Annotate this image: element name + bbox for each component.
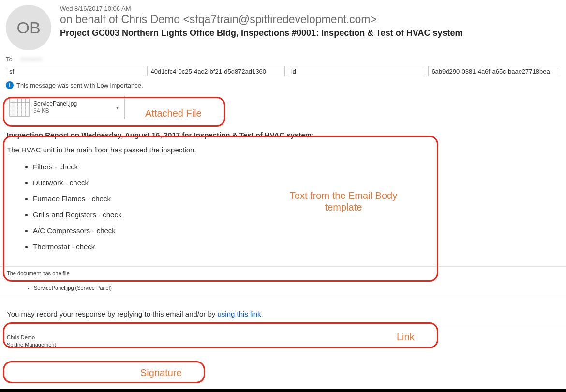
report-intro: The HVAC unit in the main floor has pass… <box>7 146 559 154</box>
email-body: Inspection Report on Wednesday, August 1… <box>0 127 566 262</box>
response-link[interactable]: using this link <box>218 310 261 318</box>
list-item: Furnace Flames - check <box>33 195 559 203</box>
response-prefix: You may record your response by replying… <box>7 310 218 318</box>
list-item: Thermostat - check <box>33 242 559 251</box>
header-text-block: Wed 8/16/2017 10:06 AM on behalf of Chri… <box>51 5 560 50</box>
document-file-note: The document has one file <box>0 271 566 276</box>
importance-text: This message was sent with Low importanc… <box>16 82 143 89</box>
to-recipient-redacted: xxxxxxx <box>20 55 98 63</box>
list-item: A/C Compressors - check <box>33 226 559 235</box>
list-item: Filters - check <box>33 163 559 171</box>
info-icon: i <box>6 81 14 89</box>
avatar: OB <box>6 5 51 50</box>
signature-block: Chris Demo Spitfire Management <box>0 330 566 352</box>
subject-line: Project GC003 Northern Lights Office Bld… <box>60 28 560 38</box>
list-item: Ductwork - check <box>33 179 559 187</box>
attachment-thumbnail-icon <box>9 98 30 117</box>
attachment-area: ServicePanel.jpg 34 KB ▾ <box>0 94 566 121</box>
signature-name: Chris Demo <box>7 334 559 341</box>
divider <box>0 266 566 267</box>
signature-company: Spitfire Management <box>7 341 559 348</box>
report-heading: Inspection Report on Wednesday, August 1… <box>7 131 559 139</box>
attachment-dropdown-icon[interactable]: ▾ <box>113 105 121 110</box>
bottom-strip <box>0 389 566 392</box>
to-label: To <box>6 56 20 63</box>
divider <box>0 326 566 326</box>
attachment-size: 34 KB <box>33 107 109 115</box>
importance-row: i This message was sent with Low importa… <box>0 78 566 94</box>
response-line: You may record your response by replying… <box>0 301 566 322</box>
properties-row: sf 40d1cfc4-0c25-4ac2-bf21-d5d872ad1360 … <box>0 64 566 78</box>
annotation-box-signature <box>3 361 205 383</box>
inspection-check-list: Filters - check Ductwork - check Furnace… <box>7 163 559 251</box>
property-field-3[interactable]: id <box>288 66 425 76</box>
annotation-label-signature: Signature <box>140 367 182 378</box>
avatar-initials: OB <box>16 18 40 37</box>
property-field-1[interactable]: sf <box>6 66 144 76</box>
from-line: on behalf of Chris Demo <sfqa7train@spit… <box>60 13 560 26</box>
list-item: Grills and Registers - check <box>33 211 559 219</box>
property-field-4[interactable]: 6ab9d290-0381-4a6f-a65c-baae27718bea <box>428 66 560 76</box>
divider <box>0 297 566 297</box>
document-file-list: ServicePanel.jpg (Service Panel) <box>0 285 566 291</box>
attachment-chip[interactable]: ServicePanel.jpg 34 KB ▾ <box>6 96 125 119</box>
property-field-2[interactable]: 40d1cfc4-0c25-4ac2-bf21-d5d872ad1360 <box>147 66 284 76</box>
list-item: ServicePanel.jpg (Service Panel) <box>34 285 566 291</box>
attachment-info: ServicePanel.jpg 34 KB <box>33 100 109 115</box>
response-suffix: . <box>261 310 263 318</box>
email-header: OB Wed 8/16/2017 10:06 AM on behalf of C… <box>0 0 566 53</box>
attachment-name: ServicePanel.jpg <box>33 100 109 107</box>
timestamp: Wed 8/16/2017 10:06 AM <box>60 5 560 12</box>
to-row: To xxxxxxx <box>0 53 566 64</box>
